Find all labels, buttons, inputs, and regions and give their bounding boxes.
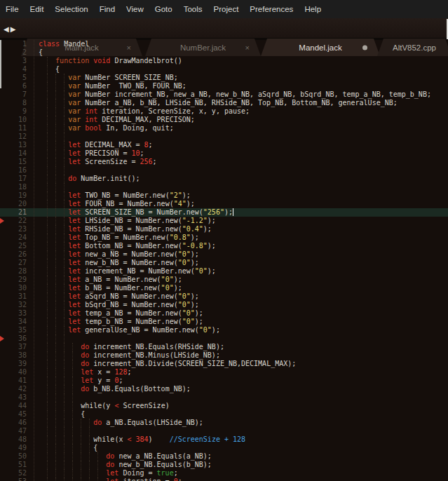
line-number: 49 [0,444,27,452]
code-line[interactable]: 35 let generalUse_NB = NumBer.new("0"); [0,326,448,334]
tab-nav-back-icon[interactable]: ◀ [4,25,11,33]
line-number: 9 [0,107,27,116]
line-number: 24 [0,233,27,242]
code-line[interactable]: 29 let a_NB = NumBer.new("0"); [0,276,448,284]
menu-item-goto[interactable]: Goto [149,0,178,18]
code-line[interactable]: 53 let iteration = 0; [0,477,448,481]
code-line[interactable]: 26 let new_a_NB = NumBer.new("0"); [0,250,448,259]
code-line[interactable]: 10 var int DECIMAL_MAX, PRECISON; [0,116,448,124]
code-line[interactable]: 37 do increment_NB.Equals(RHSide_NB); [0,343,448,351]
code-line[interactable]: 4 { [0,65,448,74]
line-number: 20 [0,200,27,208]
menu-item-tools[interactable]: Tools [178,0,208,18]
code-line[interactable]: 14 let PRECISON = 10; [0,149,448,158]
line-number: 44 [0,402,27,410]
code-line[interactable]: 18 [0,183,448,191]
code-line[interactable]: 19 let TWO_NB = NumBer.new("2"); [0,191,448,200]
code-line[interactable]: 36 [0,334,448,343]
code-line[interactable]: 12 [0,133,448,141]
line-number: 19 [0,191,27,200]
gutter-marker-icon[interactable] [0,336,4,341]
gutter-marker-icon[interactable] [0,218,4,224]
code-line[interactable]: 24 let Top_NB = NumBer.new("0.8"); [0,233,448,242]
code-text: let a_NB = NumBer.new("0"); [27,276,448,284]
code-line[interactable]: 17 do NumBer.init(); [0,175,448,183]
code-line[interactable]: 16 [0,166,448,175]
line-number: 18 [0,183,27,191]
menu-item-file[interactable]: File [0,0,25,18]
code-line[interactable]: 6 var NumBer TWO_NB, FOUR_NB; [0,82,448,90]
code-line[interactable]: 1class Mandel [0,40,448,48]
menu-item-find[interactable]: Find [94,0,121,18]
code-line[interactable]: 5 var NumBer SCREEN_SIZE_NB; [0,74,448,82]
line-number: 30 [0,284,27,292]
code-text: do increment_NB.Minus(LHSide_NB); [27,351,448,360]
code-line[interactable]: 40 let x = 128; [0,368,448,377]
code-line[interactable]: 15 let ScreenSize = 256; [0,158,448,166]
code-line[interactable]: 34 let temp_b_NB = NumBer.new("0"); [0,318,448,326]
code-line[interactable]: 2{ [0,48,448,57]
code-line[interactable]: 21 let SCREEN_SIZE_NB = NumBer.new("256"… [0,208,448,217]
menu-item-view[interactable]: View [121,0,149,18]
menu-item-project[interactable]: Project [208,0,245,18]
tab-nav-forward-icon[interactable]: ▶ [11,25,18,33]
menu-item-selection[interactable]: Selection [49,0,93,18]
code-text: var int DECIMAL_MAX, PRECISON; [27,116,448,124]
code-line[interactable]: 52 let Doing = true; [0,469,448,477]
code-line[interactable]: 11 var bool In, Doing, quit; [0,124,448,133]
code-text: var int iteration, ScreenSize, x, y, pau… [27,107,448,116]
menu-item-help[interactable]: Help [299,0,327,18]
code-line[interactable]: 27 let new_b_NB = NumBer.new("0"); [0,259,448,267]
left-scroll-indicator[interactable] [0,40,1,88]
code-line[interactable]: 8 var NumBer a_NB, b_NB, LHSide_NB, RHSi… [0,99,448,107]
code-line[interactable]: 44 while(y < ScreenSize) [0,402,448,410]
code-line[interactable]: 45 { [0,410,448,419]
code-line[interactable]: 28 let increment_NB = NumBer.new("0"); [0,267,448,276]
line-number: 21 [0,208,27,217]
line-number: 28 [0,267,27,276]
code-line[interactable]: 32 let bSqrd_NB = NumBer.new("0"); [0,301,448,309]
code-line[interactable]: 51 do new_b_NB.Equals(b_NB); [0,461,448,469]
line-number: 51 [0,461,27,469]
code-line[interactable]: 9 var int iteration, ScreenSize, x, y, p… [0,107,448,116]
code-line[interactable]: 30 let b_NB = NumBer.new("0"); [0,284,448,292]
code-text: var NumBer SCREEN_SIZE_NB; [27,74,448,82]
code-line[interactable]: 49 { [0,444,448,452]
code-text: let aSqrd_NB = NumBer.new("0"); [27,292,448,301]
code-line[interactable]: 33 let temp_a_NB = NumBer.new("0"); [0,309,448,318]
line-number: 40 [0,368,27,377]
tab-nav-arrows[interactable]: ◀▶ [4,25,17,33]
code-line[interactable]: 13 let DECIMAL_MAX = 8; [0,141,448,149]
code-text: let DECIMAL_MAX = 8; [27,141,448,149]
code-line[interactable]: 46 do a_NB.Equals(LHSide_NB); [0,419,448,427]
menu-item-preferences[interactable]: Preferences [244,0,299,18]
code-text: { [27,444,448,452]
code-text: do increment_NB.Equals(RHSide_NB); [27,343,448,351]
code-text: var NumBer increment_NB, new_a_NB, new_b… [27,90,448,99]
menu-item-edit[interactable]: Edit [25,0,50,18]
code-text: let SCREEN_SIZE_NB = NumBer.new("256"); [27,208,448,217]
code-text: let temp_a_NB = NumBer.new("0"); [27,309,448,318]
line-number: 53 [0,477,27,481]
code-line[interactable]: 22 let LHSide_NB = NumBer.new("-1.2"); [0,217,448,225]
code-line[interactable]: 7 var NumBer increment_NB, new_a_NB, new… [0,90,448,99]
code-text: do increment_NB.Divide(SCREEN_SIZE_NB,DE… [27,360,448,368]
code-area[interactable]: 1class Mandel2{3 function void DrawMande… [0,40,448,481]
code-line[interactable]: 20 let FOUR_NB = NumBer.new("4"); [0,200,448,208]
code-line[interactable]: 25 let Bottom_NB = NumBer.new("-0.8"); [0,242,448,250]
code-text: let new_b_NB = NumBer.new("0"); [27,259,448,267]
code-line[interactable]: 42 do b_NB.Equals(Bottom_NB); [0,385,448,393]
code-line[interactable]: 41 let y = 0; [0,377,448,385]
code-line[interactable]: 43 [0,393,448,402]
code-text: do new_a_NB.Equals(a_NB); [27,452,448,461]
code-line[interactable]: 3 function void DrawMandelbrot() [0,57,448,65]
code-line[interactable]: 39 do increment_NB.Divide(SCREEN_SIZE_NB… [0,360,448,368]
code-line[interactable]: 23 let RHSide_NB = NumBer.new("0.4"); [0,225,448,233]
line-number: 27 [0,259,27,267]
code-line[interactable]: 38 do increment_NB.Minus(LHSide_NB); [0,351,448,360]
code-line[interactable]: 31 let aSqrd_NB = NumBer.new("0"); [0,292,448,301]
line-number: 16 [0,166,27,175]
code-line[interactable]: 50 do new_a_NB.Equals(a_NB); [0,452,448,461]
code-line[interactable]: 47 [0,427,448,435]
code-line[interactable]: 48 while(x < 384) //ScreenSize + 128 [0,435,448,444]
